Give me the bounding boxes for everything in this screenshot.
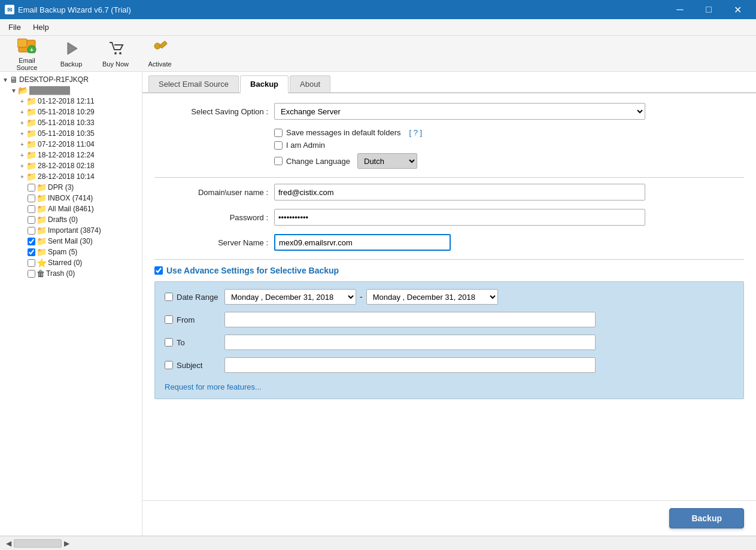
tree-folder-7-toggle[interactable]: + [18, 174, 26, 180]
tree-mailbox-3-checkbox[interactable] [28, 216, 35, 224]
scroll-left-arrow[interactable]: ◀ [4, 539, 14, 548]
from-label[interactable]: From [177, 315, 195, 324]
tree-folder-6[interactable]: + 📁 28-12-2018 02:18 [0, 160, 142, 171]
tree-mailbox-8-checkbox[interactable] [28, 270, 35, 278]
tree-folder-4[interactable]: + 📁 07-12-2018 11:04 [0, 139, 142, 150]
subject-input[interactable] [224, 357, 596, 373]
menu-file[interactable]: File [2, 20, 27, 34]
saving-option-select[interactable]: Exchange Server Office 365 Gmail Thunder… [274, 103, 645, 120]
title-bar: ✉ Email Backup Wizard v6.7 (Trial) ─ □ ✕ [0, 0, 756, 19]
subject-label-group: Subject [165, 361, 224, 370]
main-layout: ▼ 🖥 DESKTOP-R1FJKQR ▼ 📂 ████████ + 📁 01-… [0, 72, 756, 536]
tree-mailbox-3[interactable]: 📁 Drafts (0) [0, 214, 142, 225]
from-row: From [165, 312, 734, 327]
save-messages-checkbox[interactable] [274, 129, 283, 137]
tree-mailbox-2[interactable]: 📁 All Mail (8461) [0, 203, 142, 214]
tree-mailbox-6-label: Spam (5) [48, 248, 77, 256]
tree-mailbox-6[interactable]: 📁 Spam (5) [0, 247, 142, 257]
tree-folder-0-toggle[interactable]: + [18, 98, 26, 105]
tab-backup[interactable]: Backup [240, 75, 289, 93]
tree-mailbox-1-checkbox[interactable] [28, 195, 35, 202]
tree-folder-5-toggle[interactable]: + [18, 152, 26, 159]
tree-folder-5[interactable]: + 📁 18-12-2018 12:24 [0, 150, 142, 160]
tree-mailbox-6-checkbox[interactable] [28, 248, 35, 256]
tree-mailbox-0-checkbox[interactable] [28, 184, 35, 192]
language-checkbox[interactable] [274, 157, 283, 165]
tree-folder-2[interactable]: + 📁 05-11-2018 10:33 [0, 117, 142, 128]
tree-folder-3[interactable]: + 📁 05-11-2018 10:35 [0, 128, 142, 139]
date-range-label[interactable]: Date Range [177, 293, 218, 302]
tree-root-toggle[interactable]: ▼ [1, 77, 10, 83]
admin-checkbox[interactable] [274, 141, 283, 150]
menu-help[interactable]: Help [27, 20, 55, 34]
domain-input[interactable] [274, 184, 645, 200]
tree-user[interactable]: ▼ 📂 ████████ [0, 85, 142, 96]
toolbar-backup[interactable]: Backup [50, 38, 92, 69]
tab-select-email-source[interactable]: Select Email Source [148, 75, 239, 92]
tab-about[interactable]: About [290, 75, 330, 92]
folder-icon-2: 📁 [26, 118, 37, 127]
tree-mailbox-5[interactable]: 📁 Sent Mail (30) [0, 236, 142, 247]
from-input[interactable] [224, 312, 596, 327]
tree-mailbox-7[interactable]: ⭐ Starred (0) [0, 257, 142, 268]
save-messages-label[interactable]: Save messages in default folders [286, 128, 401, 137]
tree-folder-7[interactable]: + 📁 28-12-2018 10:14 [0, 171, 142, 182]
tree-mailbox-0[interactable]: 📁 DPR (3) [0, 182, 142, 193]
password-input[interactable] [274, 209, 645, 226]
tree-mailbox-5-checkbox[interactable] [28, 238, 35, 245]
tree-mailbox-2-label: All Mail (8461) [48, 205, 94, 213]
options-checkboxes: Save messages in default folders [ ? ] I… [274, 128, 744, 169]
tree-folder-4-toggle[interactable]: + [18, 141, 26, 148]
request-link[interactable]: Request for more features... [165, 382, 262, 391]
backup-icon [63, 40, 80, 59]
separator-1 [154, 177, 744, 178]
scroll-thumb[interactable] [14, 539, 62, 548]
tree-folder-1[interactable]: + 📁 05-11-2018 10:29 [0, 107, 142, 117]
tree-mailbox-8[interactable]: 🗑 Trash (0) [0, 268, 142, 279]
tree-folder-0[interactable]: + 📁 01-12-2018 12:11 [0, 96, 142, 107]
date-dash: - [360, 292, 363, 302]
date-range-checkbox[interactable] [165, 293, 173, 301]
language-label[interactable]: Change Language [286, 157, 350, 166]
tree-root[interactable]: ▼ 🖥 DESKTOP-R1FJKQR [0, 74, 142, 85]
mailbox-folder-icon-1: 📁 [37, 193, 47, 203]
admin-label[interactable]: I am Admin [286, 141, 325, 150]
subject-checkbox[interactable] [165, 361, 173, 369]
to-label[interactable]: To [177, 338, 185, 347]
subject-label[interactable]: Subject [177, 361, 202, 370]
tree-folder-6-toggle[interactable]: + [18, 163, 26, 169]
to-input[interactable] [224, 335, 596, 350]
tree-user-toggle[interactable]: ▼ [10, 87, 18, 94]
toolbar-email-source[interactable]: + Email Source [6, 38, 48, 69]
to-row: To [165, 335, 734, 350]
backup-button[interactable]: Backup [669, 508, 744, 528]
language-select[interactable]: Dutch English German French Spanish [357, 153, 417, 169]
tree-mailbox-2-checkbox[interactable] [28, 205, 35, 213]
to-checkbox[interactable] [165, 338, 173, 347]
help-link[interactable]: [ ? ] [409, 128, 423, 137]
tree-mailbox-4-checkbox[interactable] [28, 227, 35, 235]
maximize-button[interactable]: □ [695, 0, 722, 19]
minimize-button[interactable]: ─ [666, 0, 694, 19]
tree-folder-1-toggle[interactable]: + [18, 109, 26, 116]
scroll-right-arrow[interactable]: ▶ [62, 539, 72, 548]
toolbar-email-source-label: Email Source [8, 57, 45, 71]
advance-label[interactable]: Use Advance Settings for Selective Backu… [166, 266, 339, 275]
tree-folder-2-toggle[interactable]: + [18, 120, 26, 126]
advance-checkbox[interactable] [154, 266, 163, 275]
date-range-row: Date Range Monday , December 31, 2018 - … [165, 289, 734, 305]
from-checkbox[interactable] [165, 315, 173, 324]
tree-mailbox-7-checkbox[interactable] [28, 259, 35, 267]
server-input[interactable] [274, 234, 451, 251]
date-to-select[interactable]: Monday , December 31, 2018 [366, 289, 498, 305]
tree-mailbox-4[interactable]: 📁 Important (3874) [0, 225, 142, 236]
toolbar-activate[interactable]: Activate [139, 38, 181, 69]
tree-folder-3-toggle[interactable]: + [18, 130, 26, 137]
horizontal-scrollbar: ◀ ▶ [4, 537, 144, 550]
separator-2 [154, 259, 744, 260]
date-from-select[interactable]: Monday , December 31, 2018 [224, 289, 356, 305]
toolbar-buy-now[interactable]: Buy Now [95, 38, 136, 69]
close-button[interactable]: ✕ [724, 0, 751, 19]
tree-mailbox-1[interactable]: 📁 INBOX (7414) [0, 193, 142, 203]
tree-mailbox-3-label: Drafts (0) [48, 215, 78, 224]
